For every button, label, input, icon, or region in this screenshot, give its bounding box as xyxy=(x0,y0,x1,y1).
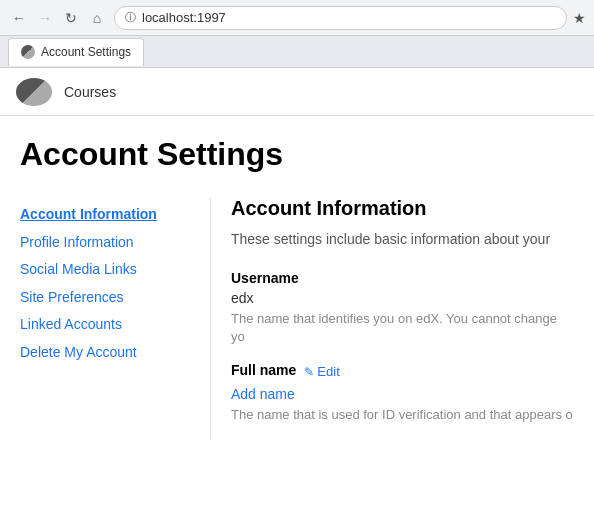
fullname-label: Full name xyxy=(231,362,296,378)
social-media-links-link[interactable]: Social Media Links xyxy=(20,261,137,277)
fullname-edit-link[interactable]: ✎ Edit xyxy=(304,364,339,379)
add-name-link[interactable]: Add name xyxy=(231,386,574,402)
back-button[interactable]: ← xyxy=(8,7,30,29)
sidebar-nav: Account Information Profile Information … xyxy=(20,201,210,367)
site-preferences-link[interactable]: Site Preferences xyxy=(20,289,124,305)
section-title: Account Information xyxy=(231,197,574,220)
page-content: Account Settings Account Information Pro… xyxy=(0,116,594,460)
home-button[interactable]: ⌂ xyxy=(86,7,108,29)
profile-information-link[interactable]: Profile Information xyxy=(20,234,134,250)
edit-label: Edit xyxy=(317,364,339,379)
fullname-field-block: Full name ✎ Edit Add name The name that … xyxy=(231,362,574,424)
sidebar: Account Information Profile Information … xyxy=(20,197,210,440)
sidebar-item-social-media-links[interactable]: Social Media Links xyxy=(20,256,210,284)
username-value: edx xyxy=(231,290,574,306)
pencil-icon: ✎ xyxy=(304,365,314,379)
address-bar[interactable]: ⓘ localhost:1997 xyxy=(114,6,567,30)
account-information-link[interactable]: Account Information xyxy=(20,206,157,222)
sidebar-item-delete-my-account[interactable]: Delete My Account xyxy=(20,339,210,367)
delete-my-account-link[interactable]: Delete My Account xyxy=(20,344,137,360)
site-logo xyxy=(16,78,52,106)
bookmark-button[interactable]: ★ xyxy=(573,10,586,26)
browser-chrome: ← → ↻ ⌂ ⓘ localhost:1997 ★ xyxy=(0,0,594,36)
url-text: localhost:1997 xyxy=(142,10,556,25)
content-layout: Account Information Profile Information … xyxy=(20,197,574,440)
username-label: Username xyxy=(231,270,574,286)
site-header: Courses xyxy=(0,68,594,116)
lock-icon: ⓘ xyxy=(125,10,136,25)
page-title: Account Settings xyxy=(20,136,574,173)
reload-button[interactable]: ↻ xyxy=(60,7,82,29)
sidebar-item-profile-information[interactable]: Profile Information xyxy=(20,229,210,257)
nav-icons: ← → ↻ ⌂ xyxy=(8,7,108,29)
tab-favicon xyxy=(21,45,35,59)
sidebar-item-site-preferences[interactable]: Site Preferences xyxy=(20,284,210,312)
forward-button[interactable]: → xyxy=(34,7,56,29)
section-description: These settings include basic information… xyxy=(231,230,574,250)
fullname-hint: The name that is used for ID verificatio… xyxy=(231,406,574,424)
fullname-field-header: Full name ✎ Edit xyxy=(231,362,574,382)
sidebar-item-account-information[interactable]: Account Information xyxy=(20,201,210,229)
tab-title: Account Settings xyxy=(41,45,131,59)
tab-bar: Account Settings xyxy=(0,36,594,68)
username-hint: The name that identifies you on edX. You… xyxy=(231,310,574,346)
main-content: Account Information These settings inclu… xyxy=(210,197,574,440)
browser-tab[interactable]: Account Settings xyxy=(8,38,144,66)
username-field-block: Username edx The name that identifies yo… xyxy=(231,270,574,346)
courses-nav-link[interactable]: Courses xyxy=(64,84,116,100)
linked-accounts-link[interactable]: Linked Accounts xyxy=(20,316,122,332)
sidebar-item-linked-accounts[interactable]: Linked Accounts xyxy=(20,311,210,339)
